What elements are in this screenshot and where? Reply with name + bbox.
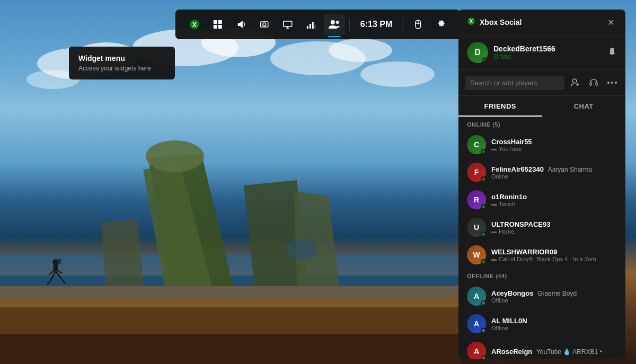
notification-bell[interactable] xyxy=(607,47,617,58)
friend-name: ARoseReign YouTube 💧 ARRXB1 • xyxy=(491,348,617,356)
friend-activity: ▬ Call of Duty®: Black Ops 4 - In a Zom xyxy=(491,256,617,262)
friend-item[interactable]: A AL MILL0N Offline xyxy=(458,310,625,338)
tab-friends[interactable]: FRIENDS xyxy=(458,96,542,117)
friend-name: ULTRONSPACE93 xyxy=(491,220,617,228)
performance-button[interactable] xyxy=(301,14,322,35)
user-info: DeckedBeret1566 Online xyxy=(493,45,602,60)
volume-button[interactable] xyxy=(231,14,252,35)
tabs: FRIENDS CHAT xyxy=(458,96,625,117)
friend-activity: Online xyxy=(491,173,617,180)
svg-point-45 xyxy=(331,20,335,24)
svg-marker-16 xyxy=(101,220,143,286)
settings-button[interactable] xyxy=(431,14,452,35)
friend-item[interactable]: R o1Ronin1o ▬ Twitch xyxy=(458,186,625,214)
status-dot xyxy=(481,204,486,209)
friend-avatar: A xyxy=(467,342,486,359)
friends-list: ONLINE (5) C CrossHair55 ▬ YouTube xyxy=(458,117,625,359)
svg-rect-44 xyxy=(315,25,315,29)
friend-item[interactable]: F FelineAir652340 Aaryan Sharma Online xyxy=(458,158,625,186)
svg-marker-35 xyxy=(238,21,243,28)
svg-rect-42 xyxy=(310,24,311,29)
friend-avatar: U xyxy=(467,218,486,237)
activity-icon: ▬ xyxy=(491,201,497,207)
clock: 6:13 PM xyxy=(354,20,399,29)
panel-header: X Xbox Social ✕ xyxy=(458,10,625,35)
svg-point-7 xyxy=(360,61,435,87)
divider2 xyxy=(403,18,403,31)
friend-info: FelineAir652340 Aaryan Sharma Online xyxy=(491,165,617,180)
user-name: DeckedBeret1566 xyxy=(493,45,602,53)
friend-avatar: A xyxy=(467,287,486,306)
svg-marker-14 xyxy=(294,191,339,286)
more-options-button[interactable] xyxy=(605,75,619,90)
status-dot xyxy=(481,300,486,306)
offline-section-header: OFFLINE (44) xyxy=(458,269,625,282)
friend-name: FelineAir652340 Aaryan Sharma xyxy=(491,165,617,173)
svg-rect-33 xyxy=(214,25,217,29)
xbox-button[interactable]: X xyxy=(184,14,205,35)
online-section-header: ONLINE (5) xyxy=(458,117,625,131)
friends-button[interactable] xyxy=(324,14,345,35)
svg-point-46 xyxy=(336,21,339,24)
svg-rect-34 xyxy=(218,25,222,29)
close-button[interactable]: ✕ xyxy=(604,16,617,29)
svg-point-59 xyxy=(615,82,617,84)
friend-activity: Offline xyxy=(491,325,617,331)
friend-info: o1Ronin1o ▬ Twitch xyxy=(491,193,617,207)
friend-name: CrossHair55 xyxy=(491,138,617,146)
svg-point-37 xyxy=(263,23,266,26)
friend-info: ARoseReign YouTube 💧 ARRXB1 • xyxy=(491,348,617,356)
svg-text:X: X xyxy=(470,19,473,24)
svg-rect-20 xyxy=(0,286,461,297)
svg-rect-38 xyxy=(284,21,292,26)
game-bar: X xyxy=(175,10,461,39)
svg-rect-55 xyxy=(590,83,591,85)
friend-item[interactable]: U ULTRONSPACE93 ▬ Home xyxy=(458,214,625,241)
svg-marker-19 xyxy=(0,334,461,364)
svg-point-15 xyxy=(286,238,318,260)
friend-avatar: R xyxy=(467,190,486,209)
svg-rect-32 xyxy=(218,20,222,24)
search-input[interactable] xyxy=(465,76,564,90)
friend-item[interactable]: A ARoseReign YouTube 💧 ARRXB1 • xyxy=(458,338,625,359)
status-dot xyxy=(481,328,486,333)
friend-avatar: W xyxy=(467,245,486,264)
friend-activity: ▬ YouTube xyxy=(491,146,617,152)
widget-title: Widget menu xyxy=(78,54,165,63)
search-section xyxy=(458,70,625,96)
status-dot xyxy=(481,176,486,182)
friend-avatar: C xyxy=(467,135,486,154)
friend-item[interactable]: A AceyBongos Graeme Boyd Offline xyxy=(458,282,625,310)
friend-info: ULTRONSPACE93 ▬ Home xyxy=(491,220,617,235)
svg-point-52 xyxy=(572,79,577,83)
friend-activity: ▬ Twitch xyxy=(491,201,617,207)
headset-button[interactable] xyxy=(587,75,600,90)
avatar: D xyxy=(467,42,488,63)
widgets-button[interactable] xyxy=(207,14,228,35)
friend-name: WELSHWARRIOR09 xyxy=(491,248,617,256)
svg-point-58 xyxy=(611,82,613,84)
friend-name: o1Ronin1o xyxy=(491,193,617,201)
svg-rect-31 xyxy=(214,20,217,24)
friend-activity: Offline xyxy=(491,297,617,304)
activity-icon: ▬ xyxy=(491,256,497,262)
friend-item[interactable]: W WELSHWARRIOR09 ▬ Call of Duty®: Black … xyxy=(458,241,625,269)
tab-chat[interactable]: CHAT xyxy=(542,96,626,117)
social-panel: X Xbox Social ✕ D DeckedBeret1566 Online xyxy=(458,10,625,359)
screen-button[interactable] xyxy=(277,14,298,35)
user-section: D DeckedBeret1566 Online xyxy=(458,35,625,70)
svg-text:X: X xyxy=(192,21,197,29)
activity-icon: ▬ xyxy=(491,228,497,234)
capture-button[interactable] xyxy=(254,14,275,35)
friend-info: CrossHair55 ▬ YouTube xyxy=(491,138,617,152)
add-friend-button[interactable] xyxy=(569,75,582,90)
svg-point-12 xyxy=(146,140,204,172)
svg-point-57 xyxy=(607,82,610,84)
svg-rect-56 xyxy=(596,83,597,85)
widget-subtitle: Access your widgets here xyxy=(78,65,165,72)
widget-tooltip: Widget menu Access your widgets here xyxy=(69,47,175,79)
friend-item[interactable]: C CrossHair55 ▬ YouTube xyxy=(458,131,625,158)
mouse-button[interactable] xyxy=(408,14,429,35)
online-indicator xyxy=(482,57,488,63)
activity-icon: ▬ xyxy=(491,146,497,152)
